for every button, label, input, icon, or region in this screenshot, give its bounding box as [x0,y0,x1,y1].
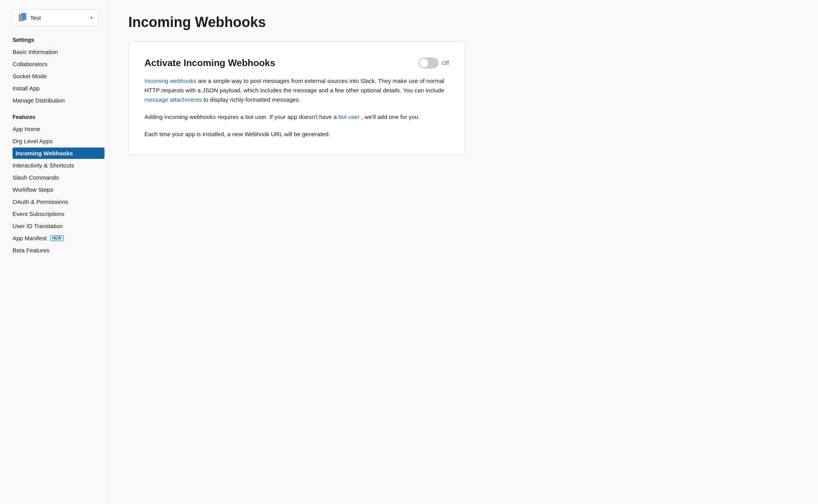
toggle-slider [418,58,439,68]
svg-rect-2 [21,13,27,20]
sidebar-item-user-id-translation[interactable]: User ID Translation [13,220,105,232]
sidebar-item-label-app-manifest: App Manifest [13,235,47,241]
sidebar-item-label-user-id-translation: User ID Translation [13,223,63,229]
sidebar-item-label-workflow-steps: Workflow Steps [13,186,53,193]
paragraph-3: Each time your app is installed, a new W… [144,130,449,139]
sidebar-item-app-home[interactable]: App Home [13,123,105,135]
sidebar-item-label-incoming-webhooks: Incoming Webhooks [16,150,73,157]
sidebar-item-app-manifest[interactable]: App ManifestNEW [13,232,105,244]
features-nav: App HomeOrg Level AppsIncoming WebhooksI… [13,123,109,256]
message-attachments-link[interactable]: message attachments [144,96,202,103]
sidebar-item-label-org-level-apps: Org Level Apps [13,138,53,144]
settings-section-label: Settings [13,37,109,43]
page-title: Incoming Webhooks [128,14,799,31]
sidebar-item-label-slash-commands: Slash Commands [13,174,59,181]
app-icon [18,13,27,22]
sidebar-item-incoming-webhooks[interactable]: Incoming Webhooks [13,148,105,159]
sidebar-item-label-app-home: App Home [13,126,40,132]
sidebar-item-collaborators[interactable]: Collaborators [13,58,105,70]
sidebar-item-label-interactivity-shortcuts: Interactivity & Shortcuts [13,162,74,169]
card-body: Incoming webhooks are a simple way to po… [144,76,449,139]
sidebar-item-oauth-permissions[interactable]: OAuth & Permissions [13,196,105,207]
sidebar-item-socket-mode[interactable]: Socket Mode [13,70,105,82]
card-header: Activate Incoming Webhooks Off [144,58,449,68]
bot-user-link[interactable]: bot user [339,113,360,120]
sidebar: Test ▼ Settings Basic InformationCollabo… [0,0,110,504]
paragraph-2: Adding incoming webhooks requires a bot … [144,112,449,122]
activate-toggle[interactable] [418,58,439,68]
paragraph-1-text-end: to display richly-formatted messages. [204,96,301,103]
paragraph-2-text-end: , we'll add one for you. [361,113,420,120]
sidebar-item-label-event-subscriptions: Event Subscriptions [13,211,65,217]
sidebar-item-label-oauth-permissions: OAuth & Permissions [13,198,68,205]
incoming-webhooks-link[interactable]: Incoming webhooks [144,77,196,84]
sidebar-item-basic-information[interactable]: Basic Information [13,46,105,58]
incoming-webhooks-card: Activate Incoming Webhooks Off Incoming … [128,41,465,155]
sidebar-item-event-subscriptions[interactable]: Event Subscriptions [13,208,105,220]
toggle-container: Off [418,58,449,68]
sidebar-item-org-level-apps[interactable]: Org Level Apps [13,135,105,147]
sidebar-item-workflow-steps[interactable]: Workflow Steps [13,184,105,195]
chevron-down-icon: ▼ [90,16,94,20]
sidebar-item-label-beta-features: Beta Features [13,247,49,254]
settings-nav: Basic InformationCollaboratorsSocket Mod… [13,46,109,106]
card-title: Activate Incoming Webhooks [144,58,275,68]
sidebar-item-beta-features[interactable]: Beta Features [13,245,105,256]
sidebar-item-install-app[interactable]: Install App [13,83,105,94]
sidebar-item-interactivity-shortcuts[interactable]: Interactivity & Shortcuts [13,160,105,171]
sidebar-item-manage-distribution[interactable]: Manage Distribution [13,95,105,106]
main-content: Incoming Webhooks Activate Incoming Webh… [110,0,818,504]
app-name: Test [30,14,86,21]
app-selector[interactable]: Test ▼ [13,9,99,26]
sidebar-item-slash-commands[interactable]: Slash Commands [13,172,105,183]
toggle-label: Off [442,60,449,66]
paragraph-2-text-start: Adding incoming webhooks requires a bot … [144,113,339,120]
badge-new-app-manifest: NEW [50,235,64,241]
features-section-label: Features [13,114,109,120]
paragraph-1: Incoming webhooks are a simple way to po… [144,76,449,104]
